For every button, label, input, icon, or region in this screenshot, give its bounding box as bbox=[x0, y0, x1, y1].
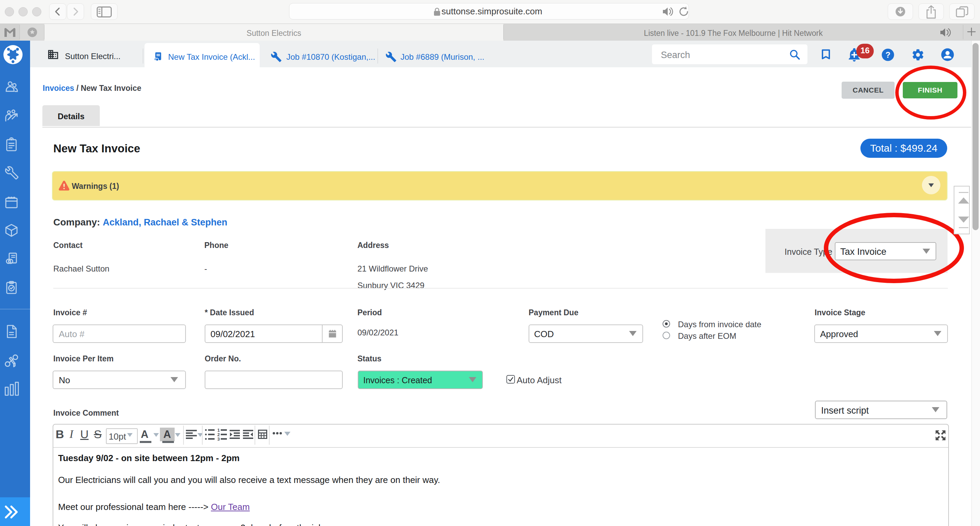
svg-text:?: ? bbox=[885, 50, 891, 59]
svg-text:3: 3 bbox=[217, 437, 220, 440]
